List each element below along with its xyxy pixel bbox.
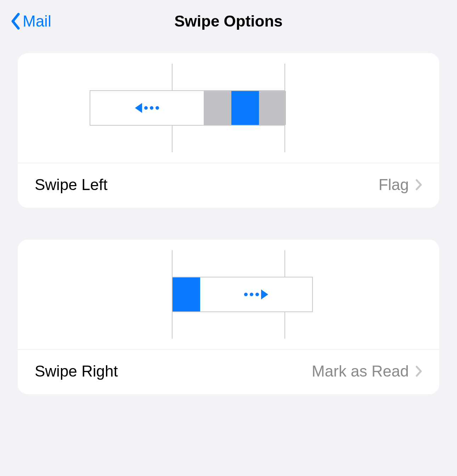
arrow-left-icon: [135, 103, 159, 113]
swipe-row-illustration: [90, 90, 285, 126]
header: Mail Swipe Options: [0, 0, 457, 39]
chevron-right-icon: [415, 365, 422, 377]
swipe-action-blue: [231, 91, 259, 125]
swipe-action-gray: [259, 91, 286, 125]
content: Swipe Left Flag: [0, 39, 457, 394]
arrow-right-icon: [244, 289, 268, 299]
swipe-left-preview: [18, 53, 439, 163]
option-value: Flag: [378, 176, 409, 194]
swipe-row-content: [200, 277, 312, 311]
chevron-left-icon: [11, 13, 21, 30]
swipe-row-illustration: [172, 277, 313, 312]
swipe-right-card: Swipe Right Mark as Read: [18, 240, 439, 394]
swipe-right-preview: [18, 240, 439, 349]
back-button[interactable]: Mail: [11, 12, 51, 30]
option-label: Swipe Left: [35, 176, 107, 194]
swipe-left-card: Swipe Left Flag: [18, 53, 439, 208]
option-value: Mark as Read: [312, 362, 409, 380]
back-label: Mail: [23, 12, 51, 30]
preview-stage: [172, 64, 285, 152]
swipe-row-content: [90, 91, 204, 125]
swipe-action-gray: [204, 91, 231, 125]
page-title: Swipe Options: [174, 12, 283, 30]
swipe-right-option-row[interactable]: Swipe Right Mark as Read: [18, 349, 439, 394]
option-value-wrap: Flag: [378, 176, 422, 194]
preview-stage: [172, 250, 285, 339]
chevron-right-icon: [415, 179, 422, 191]
option-label: Swipe Right: [35, 362, 118, 380]
swipe-action-blue: [173, 277, 200, 311]
swipe-left-option-row[interactable]: Swipe Left Flag: [18, 163, 439, 208]
option-value-wrap: Mark as Read: [312, 362, 422, 380]
